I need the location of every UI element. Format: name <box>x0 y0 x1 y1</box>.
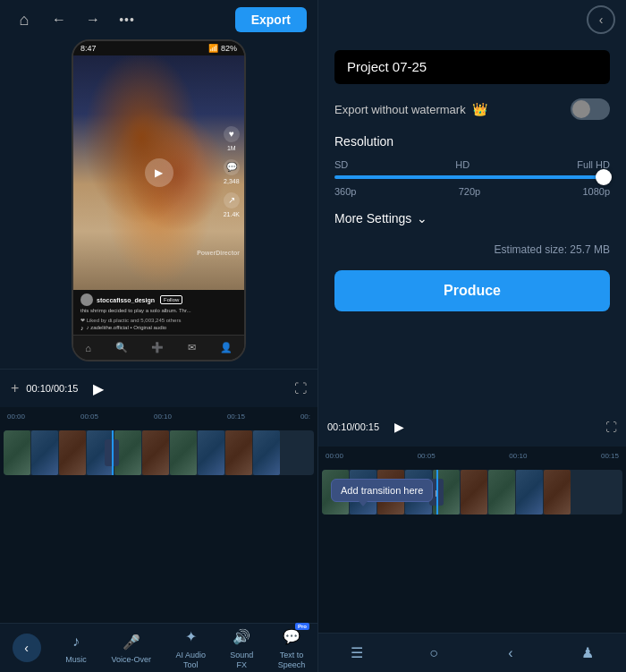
resolution-levels-row: SD HD Full HD <box>334 159 610 170</box>
phone-avatar <box>80 293 93 306</box>
ruler-mark-end: 00: <box>300 413 310 421</box>
tool-ai-audio[interactable]: ✦ AI AudioTool <box>175 626 206 670</box>
nav-back-icon[interactable]: ‹ <box>496 639 525 668</box>
phone-nav-bar: ⌂ 🔍 ➕ ✉ 👤 <box>73 335 244 360</box>
timeline-play-button-right[interactable]: ▶ <box>386 414 411 439</box>
export-button[interactable]: Export <box>235 7 307 32</box>
forward-button[interactable]: → <box>80 7 106 32</box>
voiceover-label: Voice-Over <box>111 655 151 665</box>
playhead-left <box>112 430 114 475</box>
resolution-slider-track <box>334 175 610 179</box>
timeline-left: 00:00 00:05 00:10 00:15 00: <box>0 407 317 672</box>
fullscreen-button-right[interactable]: ⛶ <box>605 421 617 434</box>
chevron-down-icon: ⌄ <box>417 211 427 225</box>
res-val-720p: 720p <box>459 186 480 197</box>
voiceover-icon: 🎤 <box>121 631 142 652</box>
resolution-label: Resolution <box>334 134 610 149</box>
watermark-toggle[interactable] <box>571 98 610 120</box>
ai-audio-icon: ✦ <box>180 626 201 648</box>
phone-frame: 8:47 📶 82% ▶ ♥ 1M 💬 2,348 <box>72 39 246 362</box>
back-button[interactable]: ← <box>47 7 72 32</box>
res-val-1080p: 1080p <box>582 186 610 197</box>
resolution-slider-fill <box>334 175 610 179</box>
project-name: Project 07-25 <box>347 59 427 74</box>
phone-comment-action[interactable]: 💬 2,348 <box>224 159 240 185</box>
nav-menu-icon[interactable]: ☰ <box>343 639 371 668</box>
project-name-box: Project 07-25 <box>334 50 610 84</box>
resolution-values-row: 360p 720p 1080p <box>334 186 610 197</box>
thumb-9 <box>225 430 252 475</box>
phone-caption: this shrimp decided to play a solo album… <box>80 308 237 315</box>
top-toolbar: ⌂ ← → ••• Export <box>0 0 317 39</box>
thumb-10 <box>253 430 280 475</box>
back-nav-button[interactable]: ‹ <box>13 634 41 662</box>
timeline-ruler-left: 00:00 00:05 00:10 00:15 00: <box>0 407 317 425</box>
export-panel: Project 07-25 Export without watermark 👑… <box>318 39 626 407</box>
sound-fx-icon: 🔊 <box>231 626 252 648</box>
timeline-add-button[interactable]: + <box>11 380 19 396</box>
timeline-time-left: 00:10/00:15 <box>26 383 78 394</box>
ai-audio-label: AI AudioTool <box>175 651 206 670</box>
right-ruler-mark-15: 00:15 <box>601 452 619 460</box>
tool-text-to-speech[interactable]: 💬 Pro Text toSpeech <box>278 626 306 670</box>
video-play-overlay[interactable]: ▶ <box>145 158 173 187</box>
tool-sound-fx[interactable]: 🔊 SoundFX <box>230 626 253 670</box>
right-timeline-header: 00:10/00:15 ▶ ⛶ <box>318 407 626 447</box>
track-thumbnails-left <box>4 430 280 475</box>
right-thumb-8 <box>516 470 543 515</box>
res-level-sd: SD <box>334 159 348 170</box>
resolution-slider-container[interactable] <box>334 175 610 179</box>
phone-music-text: ♪ zadelithe.official • Original audio <box>87 325 167 330</box>
phone-like-action[interactable]: ♥ 1M <box>224 126 240 152</box>
more-settings-row[interactable]: More Settings ⌄ <box>334 211 610 225</box>
tool-music[interactable]: ♪ Music <box>65 631 87 665</box>
phone-watermark: PowerDirector <box>197 250 240 256</box>
res-level-hd: HD <box>455 159 470 170</box>
right-ruler-mark-5: 00:05 <box>418 452 436 460</box>
music-label: Music <box>65 655 87 665</box>
right-timeline-tracks: | Add transition here <box>318 464 626 633</box>
fullscreen-button-left[interactable]: ⛶ <box>294 381 307 396</box>
phone-profile-icon[interactable]: 👤 <box>220 342 233 353</box>
back-circle-button[interactable]: ‹ <box>587 5 615 34</box>
text-to-speech-label: Text toSpeech <box>278 651 306 670</box>
pro-badge: Pro <box>295 623 309 630</box>
thumb-6 <box>142 430 169 475</box>
right-video-track[interactable]: | Add transition here <box>322 470 622 515</box>
phone-plus-icon[interactable]: ➕ <box>151 342 164 353</box>
nav-home-icon[interactable]: ○ <box>419 639 448 668</box>
playhead-right <box>436 470 438 515</box>
ruler-mark-0: 00:00 <box>7 413 25 421</box>
phone-bottom-bar: stoccafisso_design Follow this shrimp de… <box>73 290 244 335</box>
crown-icon: 👑 <box>472 102 487 116</box>
right-thumb-6 <box>461 470 487 515</box>
watermark-option-row: Export without watermark 👑 <box>334 98 610 120</box>
more-settings-label: More Settings <box>334 211 411 225</box>
timeline-play-button-left[interactable]: ▶ <box>85 375 112 402</box>
phone-share-action[interactable]: ↗ 21.4K <box>224 192 240 218</box>
phone-inbox-icon[interactable]: ✉ <box>188 342 196 353</box>
resolution-slider-thumb[interactable] <box>596 169 612 185</box>
phone-preview: 8:47 📶 82% ▶ ♥ 1M 💬 2,348 <box>0 39 317 369</box>
home-button[interactable]: ⌂ <box>11 6 38 33</box>
phone-username: stoccafisso_design <box>97 297 155 303</box>
timeline-right: 00:10/00:15 ▶ ⛶ 00:00 00:05 00:10 00:15 <box>317 407 626 672</box>
nav-user-icon[interactable]: ♟ <box>573 639 602 668</box>
right-ruler-mark-0: 00:00 <box>326 452 343 460</box>
timeline-tracks-left: | <box>0 425 317 623</box>
music-icon: ♪ <box>65 631 87 652</box>
tool-voice-over[interactable]: 🎤 Voice-Over <box>111 631 151 665</box>
ruler-marks-left: 00:00 00:05 00:10 00:15 00: <box>4 413 314 421</box>
phone-search-icon[interactable]: 🔍 <box>115 342 128 353</box>
phone-home-icon[interactable]: ⌂ <box>85 343 91 353</box>
toggle-knob <box>572 100 590 118</box>
video-track-left[interactable]: | <box>4 430 314 475</box>
more-button[interactable]: ••• <box>114 7 140 32</box>
phone-actions-panel: ♥ 1M 💬 2,348 ↗ 21.4K <box>224 126 240 218</box>
produce-button[interactable]: Produce <box>334 270 610 311</box>
phone-status-bar: 8:47 📶 82% <box>73 41 244 55</box>
ruler-mark-15: 00:15 <box>227 413 245 421</box>
right-thumb-9 <box>544 470 571 515</box>
phone-follow-btn[interactable]: Follow <box>160 295 182 304</box>
timeline-controls-left: + 00:10/00:15 ▶ ⛶ <box>0 369 317 407</box>
